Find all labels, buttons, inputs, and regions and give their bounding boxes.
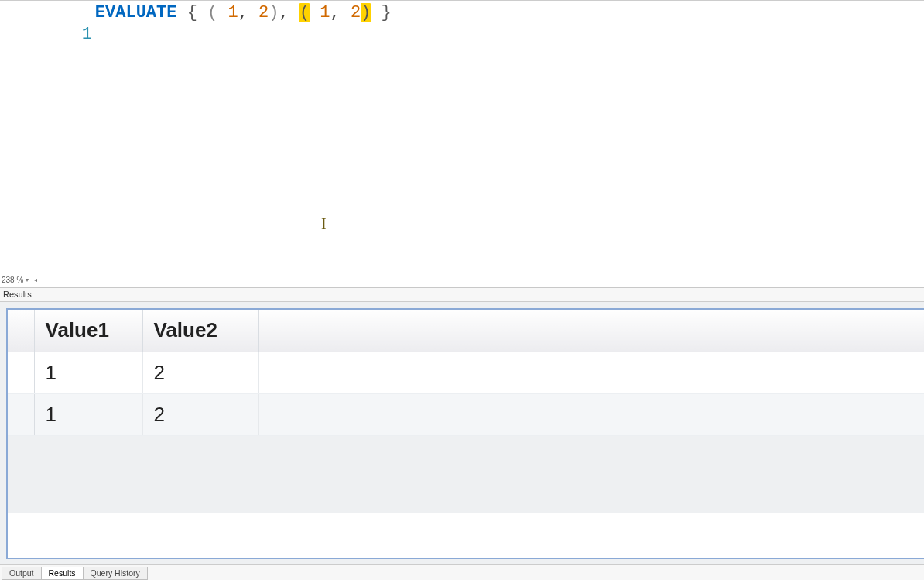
results-panel-title: Results <box>0 288 924 302</box>
bottom-tab-bar: Output Results Query History <box>0 564 924 580</box>
token-num-a2: 2 <box>258 3 269 22</box>
token-open-paren-2-highlighted: ( <box>299 3 310 22</box>
results-grid-container: Value1 Value2 1 2 1 2 <box>6 308 924 559</box>
column-header-filler <box>258 310 924 352</box>
results-header-row: Value1 Value2 <box>8 310 924 352</box>
table-row[interactable]: 1 2 <box>8 393 924 435</box>
editor-gutter: 1 <box>0 2 95 67</box>
chevron-down-icon[interactable]: ▾ <box>26 276 29 283</box>
cell-filler <box>258 352 924 393</box>
token-num-b1: 1 <box>320 3 330 22</box>
token-keyword: EVALUATE <box>95 3 177 22</box>
tab-query-history[interactable]: Query History <box>83 567 148 580</box>
cell-value1[interactable]: 1 <box>34 393 142 435</box>
app-root: 1 EVALUATE { ( 1, 2), ( 1, 2) } I 238 % … <box>0 0 924 580</box>
text-caret-icon: I <box>321 215 327 233</box>
code-editor-pane[interactable]: 1 EVALUATE { ( 1, 2), ( 1, 2) } I 238 % … <box>0 1 924 288</box>
tab-results[interactable]: Results <box>41 567 84 580</box>
token-close-paren-2-highlighted: ) <box>361 3 371 22</box>
token-num-b2: 2 <box>351 3 361 22</box>
token-close-paren-1: ) <box>269 3 279 22</box>
line-number: 1 <box>82 25 92 44</box>
column-header-value2[interactable]: Value2 <box>142 310 258 352</box>
tab-output[interactable]: Output <box>2 567 42 580</box>
grid-filler-row <box>8 435 924 513</box>
row-handle[interactable] <box>8 393 34 435</box>
token-comma-2: , <box>330 3 341 22</box>
token-open-brace: { <box>187 3 197 22</box>
zoom-control[interactable]: 238 % ▾ ◂ <box>2 276 37 284</box>
results-grid[interactable]: Value1 Value2 1 2 1 2 <box>8 310 924 513</box>
cell-value1[interactable]: 1 <box>34 352 142 393</box>
row-handle-header <box>8 310 34 352</box>
scroll-left-icon[interactable]: ◂ <box>34 276 37 283</box>
cell-value2[interactable]: 2 <box>142 352 258 393</box>
token-num-a1: 1 <box>228 3 238 22</box>
code-line-1[interactable]: EVALUATE { ( 1, 2), ( 1, 2) } <box>95 2 919 67</box>
token-open-paren-1: ( <box>207 3 217 22</box>
token-comma-1: , <box>238 3 248 22</box>
token-comma-mid: , <box>279 3 289 22</box>
column-header-value1[interactable]: Value1 <box>34 310 142 352</box>
cell-filler <box>258 393 924 435</box>
results-section: Results Value1 Value2 <box>0 288 924 564</box>
zoom-label: 238 % <box>2 276 23 284</box>
table-row[interactable]: 1 2 <box>8 352 924 393</box>
cell-value2[interactable]: 2 <box>142 393 258 435</box>
token-close-brace: } <box>382 3 392 22</box>
code-area[interactable]: 1 EVALUATE { ( 1, 2), ( 1, 2) } <box>0 1 924 67</box>
row-handle[interactable] <box>8 352 34 393</box>
